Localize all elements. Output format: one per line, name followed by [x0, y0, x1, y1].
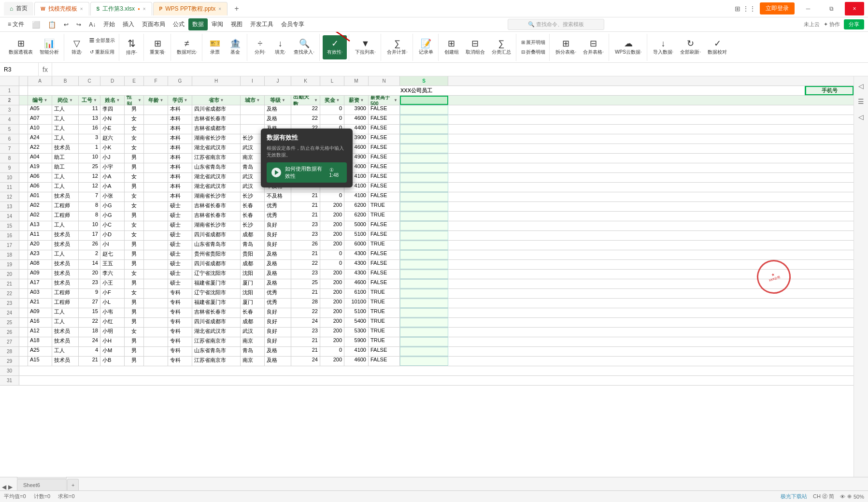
cell-xingming[interactable]: 小K [100, 144, 125, 153]
cell-nianling[interactable] [144, 202, 168, 211]
cell-sjh[interactable] [400, 318, 448, 327]
cell-reference[interactable]: R3 [0, 63, 39, 76]
cell-sjh[interactable] [400, 337, 448, 346]
cell-xueli[interactable]: 硕士 [168, 279, 192, 288]
cell-nianling[interactable] [144, 192, 168, 201]
cell-xueli[interactable]: 本科 [168, 115, 192, 124]
merge-table-btn[interactable]: ⊟ 合并表格· [580, 35, 607, 59]
cell-xinzicap[interactable]: FALSE [369, 231, 400, 240]
cell-sjh[interactable] [400, 105, 448, 115]
cell-nianling[interactable] [144, 347, 168, 356]
menu-formula[interactable]: 公式 [169, 18, 188, 30]
cell-id[interactable]: A18 [28, 337, 52, 346]
cell-chutian[interactable]: 21 [291, 202, 320, 211]
cell-shengshi[interactable]: 吉林省长春市 [192, 308, 241, 317]
grid-icon[interactable]: ⊞ [735, 5, 740, 13]
cancel-group-btn[interactable]: ⊟ 取消组合 [463, 35, 488, 59]
cell-sjh[interactable] [400, 347, 448, 356]
cell-gonghu[interactable]: 2 [79, 250, 100, 259]
cell-chutian[interactable]: 21 [291, 192, 320, 201]
cell-chengshi[interactable]: 厦门 [241, 279, 265, 288]
cell-chengshi[interactable]: 长春 [241, 308, 265, 317]
tab-home[interactable]: ⌂ 首页 [4, 2, 33, 15]
cell-jiangjin[interactable]: 200 [320, 289, 344, 298]
cell-chengshi[interactable]: 长沙 [241, 192, 265, 201]
cell-xingbie[interactable]: 女 [125, 328, 144, 337]
cell-xinzi[interactable]: 5400 [344, 318, 369, 327]
cell-chengshi[interactable]: 贵阳 [241, 250, 265, 259]
cell-gonghu[interactable]: 25 [79, 163, 100, 172]
cell-gangwei[interactable]: 工人 [52, 183, 79, 192]
cell-gonghu[interactable]: 14 [79, 260, 100, 269]
cell-jiangjin[interactable]: 200 [320, 337, 344, 346]
menu-undo[interactable]: ↩ [60, 19, 72, 30]
cell-xinzicap[interactable]: TRUE [369, 318, 400, 327]
cell-chutian[interactable]: 23 [291, 231, 320, 240]
cell-xinzicap[interactable]: FALSE [369, 183, 400, 192]
cell-shengshi[interactable]: 吉林省长春市 [192, 202, 241, 211]
cell-shengshi[interactable]: 辽宁省沈阳市 [192, 289, 241, 298]
cell-xingming[interactable]: 小E [100, 125, 125, 134]
close-tab-icon2[interactable]: × [143, 6, 146, 12]
cell-gangwei[interactable]: 技术员 [52, 260, 79, 269]
cell-xingbie[interactable]: 男 [125, 299, 144, 308]
cell-gangwei[interactable]: 工人 [52, 250, 79, 259]
cell-nianling[interactable] [144, 299, 168, 308]
cell-chengshi[interactable]: 武汉 [241, 328, 265, 337]
add-sheet-btn[interactable]: + [67, 479, 79, 490]
cell-shengshi[interactable]: 吉林省长春市 [192, 212, 241, 221]
cell-chutian[interactable]: 21 [291, 337, 320, 346]
cell-xingming[interactable]: 赵七 [100, 250, 125, 259]
filter-btn[interactable]: ▽ 筛选· [67, 35, 86, 59]
cell-shengshi[interactable]: 吉林省成都市 [192, 125, 241, 134]
cell-chengshi[interactable]: 南京 [241, 337, 265, 346]
cell-xingbie[interactable]: 男 [125, 308, 144, 317]
cell-jiangjin[interactable]: 200 [320, 270, 344, 279]
cell-sjh[interactable] [400, 289, 448, 298]
cell-id[interactable]: A10 [28, 125, 52, 134]
cell-shengshi[interactable]: 湖南省长沙市 [192, 192, 241, 201]
cell-id[interactable]: A01 [28, 192, 52, 201]
cell-shengshi[interactable]: 湖南省长沙市 [192, 134, 241, 143]
right-panel-btn3[interactable]: ◁ [855, 111, 867, 123]
cell-xueli[interactable]: 专科 [168, 299, 192, 308]
cell-nianling[interactable] [144, 279, 168, 288]
cell-chutian[interactable]: 26 [291, 241, 320, 250]
cell-jiangjin[interactable]: 200 [320, 308, 344, 317]
cell-xingming[interactable]: 小C [100, 221, 125, 230]
cell-xinzicap[interactable]: FALSE [369, 125, 400, 134]
collaborate-btn[interactable]: ✦ 协作 [824, 21, 840, 28]
cell-gonghu[interactable]: 21 [79, 357, 100, 366]
cell-id[interactable]: A22 [28, 144, 52, 153]
cell-xueli[interactable]: 专科 [168, 308, 192, 317]
cell-gonghu[interactable]: 7 [79, 192, 100, 201]
cell-nianling[interactable] [144, 241, 168, 250]
lang-selector[interactable]: CH ⓓ 简 [813, 493, 834, 500]
restore-button[interactable]: ⧉ [822, 2, 841, 15]
cell-xueli[interactable]: 本科 [168, 144, 192, 153]
cell-chengshi[interactable]: 青岛 [241, 241, 265, 250]
cell-gonghu[interactable]: 22 [79, 318, 100, 327]
cell-xinzi[interactable]: 6200 [344, 212, 369, 221]
cell-gonghu[interactable]: 24 [79, 337, 100, 346]
tab-add[interactable]: + [228, 2, 244, 15]
sheet-next[interactable]: ▶ [8, 484, 13, 490]
cell-nianling[interactable] [144, 183, 168, 192]
cell-jiangjin[interactable]: 200 [320, 221, 344, 230]
cell-gangwei[interactable]: 工人 [52, 173, 79, 182]
right-panel-btn2[interactable]: ☰ [855, 96, 867, 107]
cell-xinzicap[interactable]: FALSE [369, 134, 400, 143]
close-tab-icon3[interactable]: × [218, 6, 221, 12]
cell-sjh[interactable] [400, 115, 448, 124]
cell-chutian[interactable]: 23 [291, 270, 320, 279]
cell-xingming[interactable]: 小D [100, 231, 125, 240]
eye-icon[interactable]: 👁 [840, 494, 845, 500]
cell-xinzi[interactable]: 4300 [344, 270, 369, 279]
cell-xueli[interactable]: 本科 [168, 192, 192, 201]
close-button[interactable]: × [845, 2, 864, 15]
pivot-table-btn[interactable]: ⊞ 数据透视表 [6, 35, 36, 59]
cell-gangwei[interactable]: 助工 [52, 154, 79, 163]
cell-xingming[interactable]: 小H [100, 337, 125, 346]
cell-xinzicap[interactable]: FALSE [369, 192, 400, 201]
cell-xinzi[interactable]: 4600 [344, 115, 369, 124]
